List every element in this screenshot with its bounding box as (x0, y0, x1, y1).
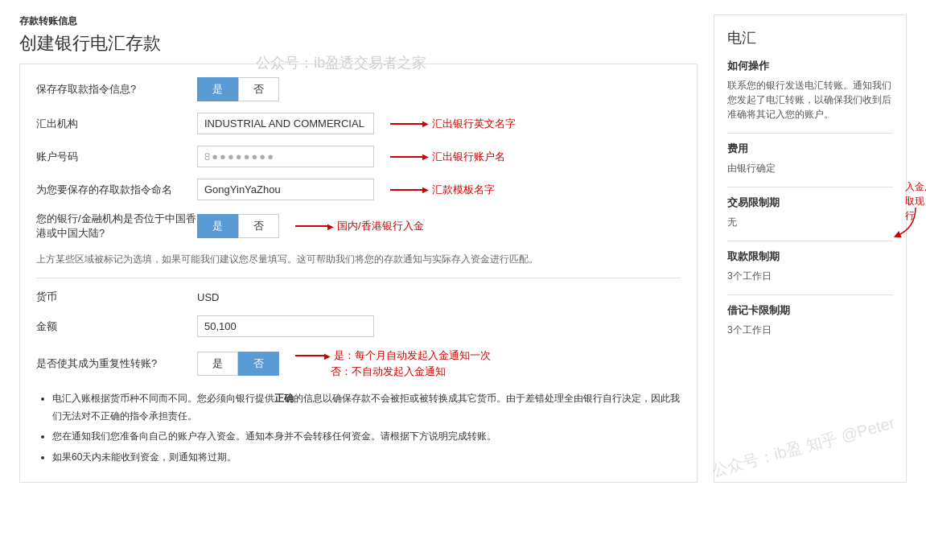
withdrawal-limit-title: 取款限制期 (727, 249, 893, 264)
account-name-annotation: 汇出银行账户名 (432, 150, 505, 164)
china-bank-yes-button[interactable]: 是 (197, 214, 238, 238)
fee-title: 费用 (727, 142, 893, 156)
hint-text: 上方某些区域被标记为选填，如果可能我们建议您尽量填写。这可帮助我们将您的存款通知… (36, 252, 681, 266)
china-bank-label: 您的银行/金融机构是否位于中国香港或中国大陆? (36, 212, 197, 241)
note-item-2: 您在通知我们您准备向自己的账户存入资金。通知本身并不会转移任何资金。请根据下方说… (52, 428, 681, 446)
debit-limit-value: 3个工作日 (727, 323, 893, 337)
amount-input[interactable] (197, 315, 374, 337)
recurring-yes-annotation: 是：每个月自动发起入金通知一次 (334, 348, 491, 363)
page-title: 创建银行电汇存款 (19, 31, 698, 56)
account-number-input[interactable] (197, 146, 374, 167)
recurring-label: 是否使其成为重复性转账? (36, 356, 197, 371)
currency-value: USD (197, 291, 219, 303)
bold-correct: 正确 (274, 393, 294, 404)
remitting-institution-label: 汇出机构 (36, 117, 197, 131)
note-item-3: 如果60天内未能收到资金，则通知将过期。 (52, 449, 681, 467)
sidebar-watermark: 公众号：ib盈 知乎 @Peter (710, 412, 898, 482)
remitting-bank-annotation: 汇出银行英文名字 (432, 117, 516, 131)
how-to-text: 联系您的银行发送电汇转账。通知我们您发起了电汇转账，以确保我们收到后准确将其记入… (727, 78, 893, 121)
instruction-name-label: 为您要保存的存取款指令命名 (36, 183, 197, 197)
curved-arrow-icon (893, 204, 917, 244)
debit-limit-title: 借记卡限制期 (727, 303, 893, 318)
how-to-title: 如何操作 (727, 59, 893, 73)
note-item-1: 电汇入账根据货币种不同而不同。您必须向银行提供正确的信息以确保存款不会被拒或被转… (52, 390, 681, 425)
remitting-institution-input[interactable] (197, 113, 374, 134)
account-number-label: 账户号码 (36, 150, 197, 164)
trading-limit-value: 无 (727, 215, 893, 229)
sidebar-title: 电汇 (727, 28, 893, 47)
withdrawal-limit-value: 3个工作日 (727, 269, 893, 283)
china-bank-annotation: 国内/香港银行入金 (337, 219, 424, 233)
recurring-yes-button[interactable]: 是 (197, 352, 238, 376)
header-label: 存款转账信息 (19, 14, 698, 28)
save-instruction-no-button[interactable]: 否 (238, 77, 279, 101)
china-bank-no-button[interactable]: 否 (238, 214, 279, 238)
template-name-annotation: 汇款模板名字 (432, 183, 495, 197)
instruction-name-input[interactable] (197, 179, 374, 200)
currency-label: 货币 (36, 290, 197, 304)
fee-text: 由银行确定 (727, 161, 893, 175)
save-instruction-yes-button[interactable]: 是 (197, 77, 238, 101)
amount-label: 金额 (36, 319, 197, 334)
recurring-no-annotation: 否：不自动发起入金通知 (295, 364, 491, 379)
trading-limit-title: 交易限制期 (727, 196, 893, 210)
recurring-no-button[interactable]: 否 (238, 352, 279, 376)
save-instruction-label: 保存存取款指令信息? (36, 82, 197, 97)
